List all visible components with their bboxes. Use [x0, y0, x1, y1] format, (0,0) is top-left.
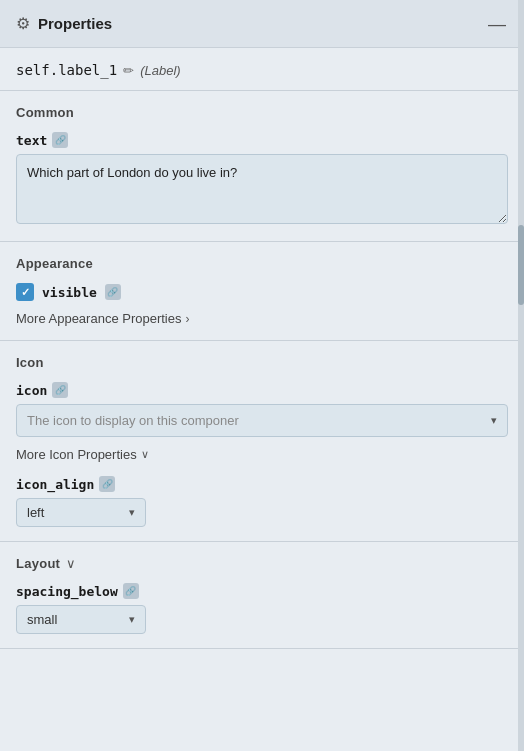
chevron-right-icon: ›: [185, 312, 189, 326]
panel-header: ⚙ Properties —: [0, 0, 524, 48]
spacing-below-value: small: [27, 612, 57, 627]
panel-header-left: ⚙ Properties: [16, 14, 112, 33]
chevron-down-icon: ∨: [141, 448, 149, 461]
properties-panel: ⚙ Properties — self.label_1 ✏ (Label) Co…: [0, 0, 524, 751]
icon-placeholder: The icon to display on this componer: [27, 413, 239, 428]
dropdown-arrow-icon: ▾: [491, 414, 497, 427]
icon-property-row: icon 🔗: [16, 382, 508, 398]
text-property-label: text: [16, 133, 47, 148]
spacing-below-label: spacing_below: [16, 584, 118, 599]
component-name: self.label_1: [16, 62, 117, 78]
appearance-section-title: Appearance: [16, 256, 508, 271]
more-icon-text: More Icon Properties: [16, 447, 137, 462]
scrollbar-thumb[interactable]: [518, 225, 524, 305]
component-name-row: self.label_1 ✏ (Label): [0, 48, 524, 91]
visible-checkbox[interactable]: ✓: [16, 283, 34, 301]
layout-title-row: Layout ∨: [16, 556, 508, 571]
icon-align-link-icon[interactable]: 🔗: [99, 476, 115, 492]
icon-align-block: icon_align 🔗 left ▾: [16, 476, 508, 527]
appearance-section: Appearance ✓ visible 🔗 More Appearance P…: [0, 242, 524, 341]
panel-title: Properties: [38, 15, 112, 32]
edit-icon[interactable]: ✏: [123, 63, 134, 78]
visible-property-row: ✓ visible 🔗: [16, 283, 508, 301]
icon-align-select[interactable]: left ▾: [16, 498, 146, 527]
icon-align-label: icon_align: [16, 477, 94, 492]
icon-dropdown[interactable]: The icon to display on this componer ▾: [16, 404, 508, 437]
icon-align-arrow-icon: ▾: [129, 506, 135, 519]
layout-section: Layout ∨ spacing_below 🔗 small ▾: [0, 542, 524, 649]
icon-link-icon[interactable]: 🔗: [52, 382, 68, 398]
component-type: (Label): [140, 63, 180, 78]
layout-section-title: Layout: [16, 556, 60, 571]
gear-icon: ⚙: [16, 14, 30, 33]
text-property-row: text 🔗: [16, 132, 508, 148]
spacing-below-link-icon[interactable]: 🔗: [123, 583, 139, 599]
icon-section: Icon icon 🔗 The icon to display on this …: [0, 341, 524, 542]
check-icon: ✓: [21, 286, 30, 299]
visible-label: visible: [42, 285, 97, 300]
common-section-title: Common: [16, 105, 508, 120]
spacing-below-select[interactable]: small ▾: [16, 605, 146, 634]
text-input[interactable]: Which part of London do you live in?: [16, 154, 508, 224]
text-link-icon[interactable]: 🔗: [52, 132, 68, 148]
more-icon-link[interactable]: More Icon Properties ∨: [16, 447, 508, 462]
visible-link-icon[interactable]: 🔗: [105, 284, 121, 300]
icon-align-label-row: icon_align 🔗: [16, 476, 508, 492]
common-section: Common text 🔗 Which part of London do yo…: [0, 91, 524, 242]
minimize-button[interactable]: —: [486, 15, 508, 33]
more-appearance-link[interactable]: More Appearance Properties ›: [16, 311, 508, 326]
scrollbar[interactable]: [518, 0, 524, 751]
spacing-below-arrow-icon: ▾: [129, 613, 135, 626]
layout-chevron-icon[interactable]: ∨: [66, 556, 76, 571]
icon-property-label: icon: [16, 383, 47, 398]
spacing-below-label-row: spacing_below 🔗: [16, 583, 508, 599]
more-appearance-text: More Appearance Properties: [16, 311, 181, 326]
icon-align-value: left: [27, 505, 44, 520]
icon-section-title: Icon: [16, 355, 508, 370]
